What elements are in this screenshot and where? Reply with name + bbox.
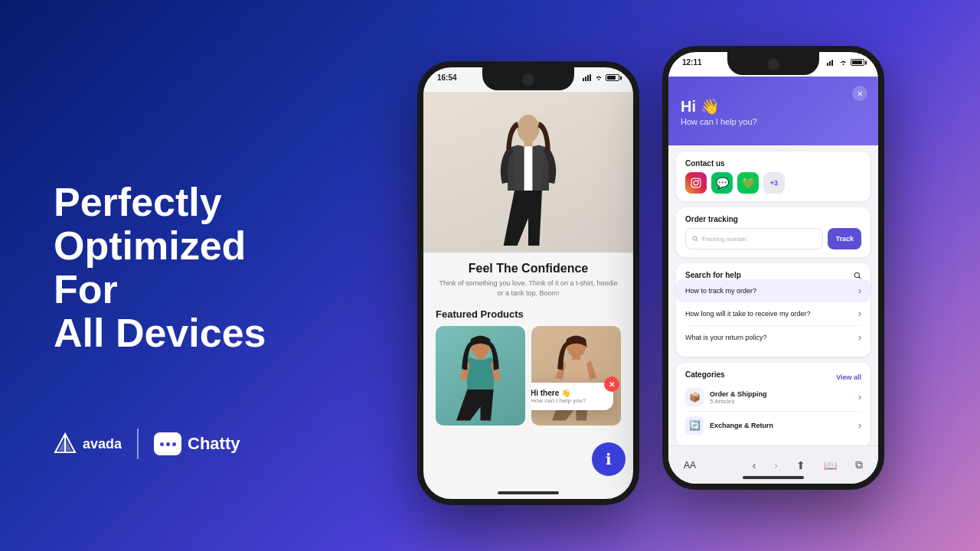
- avada-logo: avada: [54, 432, 122, 455]
- svg-rect-6: [590, 74, 591, 81]
- order-tracking-title: Order tracking: [685, 215, 861, 223]
- svg-rect-13: [827, 63, 828, 66]
- svg-line-20: [696, 240, 697, 241]
- signal-icon-2: [827, 59, 836, 66]
- tracking-placeholder: Tracking number: [701, 236, 747, 243]
- phone1-content: Feel The Confidence Think of something y…: [423, 92, 633, 499]
- faq-text-0: How to track my order?: [685, 287, 858, 295]
- svg-rect-15: [831, 60, 833, 66]
- category-item-1[interactable]: 🔄 Exchange & Return ›: [685, 412, 861, 439]
- brand-row: avada Chatty: [54, 429, 276, 505]
- more-contacts-icon[interactable]: +3: [763, 172, 785, 194]
- category-info-0: Order & Shipping 5 Articles: [710, 390, 767, 405]
- faq-text-2: What is your return policy?: [685, 334, 858, 341]
- bottom-nav-icons: ‹ › ⬆ 📖 ⧉: [753, 458, 863, 471]
- chatty-dot2: [166, 442, 170, 446]
- category-icon-1: 🔄: [685, 416, 704, 435]
- category-chevron-1: ›: [858, 420, 861, 431]
- category-name-0: Order & Shipping: [710, 390, 767, 398]
- contact-us-title: Contact us: [685, 159, 861, 168]
- category-chevron-0: ›: [858, 392, 861, 403]
- chatty-dot3: [172, 442, 176, 446]
- faq-item-2[interactable]: What is your return policy? ›: [685, 326, 861, 349]
- category-name-1: Exchange & Return: [710, 422, 773, 429]
- phone1-camera: [522, 73, 534, 86]
- search-help-icon: [854, 272, 861, 279]
- category-left-0: 📦 Order & Shipping 5 Articles: [685, 388, 767, 406]
- featured-label: Featured Products: [423, 305, 633, 326]
- line-icon[interactable]: 💚: [737, 172, 759, 194]
- headline-line1: Perfectly: [54, 180, 222, 224]
- back-nav-icon[interactable]: ‹: [753, 459, 756, 471]
- battery-icon: [606, 74, 619, 81]
- headline-line3: All Devices: [54, 311, 266, 355]
- tracking-section: Tracking number Track: [685, 228, 861, 249]
- phone2-home-bar: [743, 476, 804, 479]
- chatty-bubble-icon: [154, 432, 181, 455]
- chat-popup: ✕ Hi there 👋 How can I help you?: [531, 383, 613, 410]
- category-icon-0: 📦: [685, 388, 704, 406]
- category-count-0: 5 Articles: [710, 398, 767, 405]
- chat-close-button[interactable]: ✕: [852, 86, 867, 101]
- hero-image: [423, 92, 633, 253]
- faq-chevron-2: ›: [858, 332, 861, 343]
- categories-title: Categories: [685, 370, 725, 379]
- svg-rect-12: [572, 354, 580, 360]
- chatty-dot1: [160, 442, 164, 446]
- phone1: 16:54: [417, 61, 639, 505]
- phone2-time: 12:11: [682, 58, 702, 67]
- info-icon: ℹ: [606, 450, 612, 468]
- svg-rect-4: [585, 77, 586, 81]
- faq-item-0[interactable]: How to track my order? ›: [676, 279, 871, 302]
- product-title: Feel The Confidence: [423, 253, 633, 279]
- chat-popup-sub: How can I help you?: [531, 397, 604, 404]
- headline-line2: Optimized For: [54, 223, 246, 311]
- phones-container: 16:54: [322, 31, 980, 520]
- product-card-1: [436, 326, 525, 425]
- chat-subgreeting: How can I help you?: [681, 117, 866, 126]
- wifi-icon: [594, 74, 603, 81]
- tabs-icon[interactable]: ⧉: [855, 458, 863, 471]
- bottom-aa-button[interactable]: AA: [684, 460, 696, 471]
- signal-icon: [583, 74, 592, 81]
- wechat-icon[interactable]: 💬: [711, 172, 733, 194]
- faq-chevron-1: ›: [858, 308, 861, 319]
- chat-body: Contact us 💬 💚 +3: [668, 145, 878, 445]
- chat-fab[interactable]: ℹ: [592, 442, 626, 476]
- track-button[interactable]: Track: [828, 228, 861, 249]
- instagram-icon[interactable]: [685, 172, 707, 194]
- chat-greeting: Hi 👋: [681, 97, 866, 116]
- phone2-camera: [767, 58, 779, 70]
- svg-point-17: [694, 181, 698, 185]
- view-all-button[interactable]: View all: [836, 373, 861, 381]
- svg-rect-16: [691, 178, 701, 187]
- chatty-logo: Chatty: [154, 432, 240, 455]
- battery-icon-2: [851, 59, 864, 66]
- category-item-0[interactable]: 📦 Order & Shipping 5 Articles ›: [685, 383, 861, 412]
- svg-rect-14: [829, 61, 831, 66]
- share-icon[interactable]: ⬆: [796, 459, 805, 471]
- categories-header: Categories View all: [685, 370, 861, 383]
- svg-line-22: [859, 276, 861, 278]
- product-model-1: [436, 326, 525, 425]
- svg-point-7: [518, 115, 540, 142]
- search-icon: [692, 236, 698, 242]
- wifi-icon-2: [838, 59, 848, 66]
- avada-brand-label: avada: [83, 436, 122, 452]
- contact-icons: 💬 💚 +3: [685, 172, 861, 194]
- phone1-status-icons: [583, 74, 619, 81]
- phone1-time: 16:54: [437, 73, 457, 82]
- svg-point-18: [697, 180, 699, 181]
- bookmarks-icon[interactable]: 📖: [824, 459, 837, 471]
- tracking-input[interactable]: Tracking number: [685, 228, 823, 249]
- left-section: Perfectly Optimized For All Devices avad…: [0, 0, 322, 551]
- instagram-svg: [691, 178, 701, 188]
- chat-header: ✕ Hi 👋 How can I help you?: [668, 77, 878, 145]
- product-grid: ✕ Hi there 👋 How can I help you?: [423, 326, 633, 425]
- faq-item-1[interactable]: How long will it take to receive my orde…: [685, 302, 861, 326]
- search-help-card: Search for help How to track my order? ›…: [676, 263, 871, 357]
- product-subtitle: Think of something you love. Think of it…: [423, 279, 633, 305]
- svg-rect-5: [587, 75, 589, 81]
- forward-nav-icon[interactable]: ›: [774, 459, 778, 471]
- avada-icon: [54, 432, 77, 455]
